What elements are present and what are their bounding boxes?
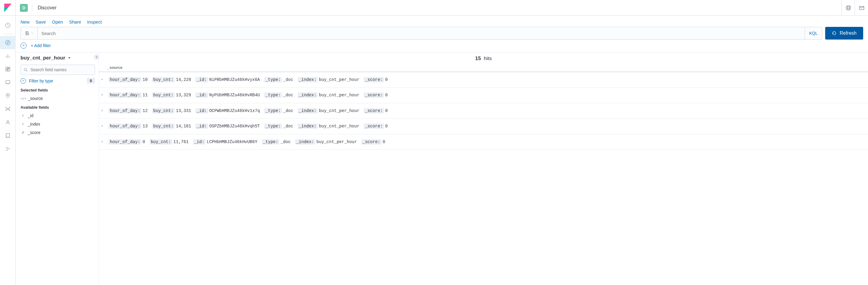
nav-visualize[interactable] bbox=[0, 49, 16, 62]
index-pattern-name: buy_cnt_per_hour bbox=[21, 55, 65, 61]
help-button[interactable] bbox=[841, 0, 855, 16]
table-row: hour_of_day:0 buy_cnt:11,761 _id:LCPHbHM… bbox=[99, 134, 868, 150]
index-pattern-picker[interactable]: buy_cnt_per_hour bbox=[21, 55, 95, 61]
hits-label: hits bbox=[484, 56, 492, 61]
refresh-label: Refresh bbox=[840, 30, 857, 36]
nav-canvas[interactable] bbox=[0, 76, 16, 89]
table-row: hour_of_day:13 buy_cnt:14,181 _id:OSPZbH… bbox=[99, 119, 868, 134]
dashboard-icon bbox=[5, 66, 11, 72]
expand-row-button[interactable] bbox=[101, 139, 106, 144]
svg-point-3 bbox=[847, 7, 849, 9]
hits-header: 15 hits bbox=[99, 53, 868, 64]
top-menu: New Save Open Share Inspect bbox=[16, 16, 868, 27]
field-type-icon: </> bbox=[21, 96, 25, 101]
field-name: _index bbox=[28, 122, 40, 126]
menu-inspect[interactable]: Inspect bbox=[87, 19, 102, 25]
field-search-input[interactable] bbox=[30, 67, 92, 72]
bar-chart-icon bbox=[5, 53, 11, 59]
svg-point-32 bbox=[7, 120, 9, 122]
field-name: _source bbox=[28, 96, 43, 101]
filter-by-type-button[interactable]: Filter by type bbox=[21, 78, 53, 84]
svg-line-5 bbox=[849, 8, 850, 9]
filter-by-type-label: Filter by type bbox=[29, 79, 53, 83]
menu-save[interactable]: Save bbox=[36, 19, 46, 25]
expand-row-button[interactable] bbox=[101, 108, 106, 113]
search-icon bbox=[23, 67, 28, 72]
clock-icon bbox=[5, 22, 11, 28]
field-search[interactable] bbox=[21, 65, 95, 75]
svg-point-44 bbox=[24, 68, 27, 70]
filter-bar: + Add filter bbox=[16, 42, 868, 52]
expand-row-button[interactable] bbox=[101, 77, 106, 82]
nav-ml[interactable] bbox=[0, 102, 16, 116]
space-selector[interactable]: D bbox=[20, 4, 28, 12]
table-row: hour_of_day:11 buy_cnt:13,329 _id:NyPUbH… bbox=[99, 88, 868, 103]
doc-source: hour_of_day:11 buy_cnt:13,329 _id:NyPUbH… bbox=[108, 92, 864, 98]
svg-rect-37 bbox=[26, 32, 27, 33]
nav-maps[interactable] bbox=[0, 89, 16, 102]
svg-marker-51 bbox=[102, 110, 102, 111]
field-item[interactable]: #_score bbox=[21, 128, 95, 137]
doc-source: hour_of_day:0 buy_cnt:11,761 _id:LCPHbHM… bbox=[108, 139, 864, 145]
svg-marker-42 bbox=[96, 56, 97, 58]
metrics-icon bbox=[5, 119, 11, 125]
svg-line-4 bbox=[846, 6, 847, 7]
svg-marker-11 bbox=[7, 42, 8, 44]
add-filter-button[interactable]: + Add filter bbox=[31, 43, 51, 48]
collapse-sidebar-button[interactable] bbox=[94, 54, 99, 60]
kql-toggle[interactable]: KQL bbox=[805, 27, 822, 39]
svg-line-45 bbox=[26, 70, 27, 71]
svg-line-30 bbox=[6, 109, 7, 110]
app-header: D Discover bbox=[0, 0, 868, 16]
nav-recently-viewed[interactable] bbox=[0, 19, 16, 32]
table-row: hour_of_day:10 buy_cnt:14,228 _id:NiPRbH… bbox=[99, 72, 868, 88]
mail-icon bbox=[859, 5, 865, 11]
search-bar: KQL bbox=[21, 27, 822, 39]
canvas-icon bbox=[5, 79, 11, 85]
nav-metrics[interactable] bbox=[0, 116, 16, 129]
lifebuoy-icon bbox=[845, 5, 851, 11]
svg-marker-52 bbox=[102, 125, 102, 127]
field-item[interactable]: </>_source bbox=[21, 94, 95, 103]
nav-dashboard[interactable] bbox=[0, 62, 16, 76]
svg-marker-50 bbox=[102, 94, 102, 96]
filter-icon bbox=[22, 44, 25, 48]
svg-rect-19 bbox=[6, 81, 10, 83]
svg-point-23 bbox=[7, 108, 8, 110]
expand-row-button[interactable] bbox=[101, 123, 106, 128]
breadcrumb: Discover bbox=[38, 5, 56, 10]
expand-row-button[interactable] bbox=[101, 92, 106, 97]
nav-discover[interactable] bbox=[0, 36, 16, 49]
refresh-button[interactable]: Refresh bbox=[825, 27, 863, 39]
search-input[interactable] bbox=[38, 27, 805, 39]
kibana-logo[interactable] bbox=[0, 0, 16, 16]
chevron-right-icon bbox=[101, 140, 104, 143]
svg-line-29 bbox=[8, 108, 9, 109]
results-panel: 15 hits _source hour_of_day:10 buy_cnt:1… bbox=[99, 53, 868, 285]
menu-share[interactable]: Share bbox=[69, 19, 81, 25]
field-item[interactable]: t_id bbox=[21, 111, 95, 120]
filter-options-button[interactable] bbox=[21, 42, 27, 49]
svg-marker-43 bbox=[68, 57, 70, 59]
menu-open[interactable]: Open bbox=[52, 19, 63, 25]
field-item[interactable]: t_index bbox=[21, 120, 95, 128]
newsfeed-button[interactable] bbox=[855, 0, 868, 16]
nav-apm[interactable] bbox=[0, 142, 16, 155]
apm-icon bbox=[5, 146, 11, 152]
saved-queries-dropdown[interactable] bbox=[21, 27, 38, 39]
svg-rect-18 bbox=[6, 69, 7, 71]
svg-rect-15 bbox=[6, 67, 7, 69]
nav-logs[interactable] bbox=[0, 129, 16, 142]
svg-line-20 bbox=[7, 83, 7, 84]
chevron-right-icon bbox=[101, 78, 104, 81]
chevron-down-icon bbox=[67, 56, 71, 60]
svg-point-22 bbox=[7, 94, 8, 96]
svg-line-28 bbox=[6, 108, 7, 109]
svg-rect-16 bbox=[8, 67, 10, 68]
menu-new[interactable]: New bbox=[21, 19, 30, 25]
divider bbox=[32, 4, 32, 11]
available-fields-heading: Available fields bbox=[21, 105, 95, 110]
field-name: _score bbox=[28, 130, 40, 135]
chevron-down-icon bbox=[31, 31, 34, 36]
column-source[interactable]: _source bbox=[107, 65, 122, 70]
